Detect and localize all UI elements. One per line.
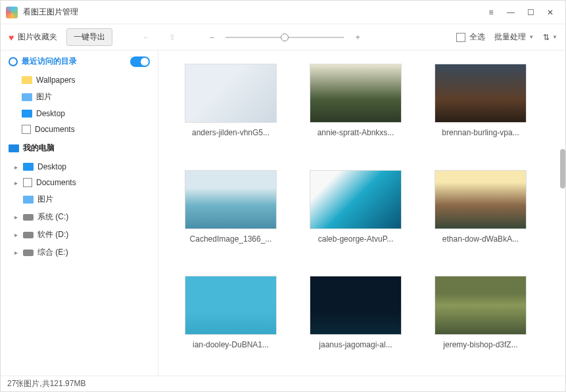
title-bar: 看图王图片管理 ≡ — ☐ ✕: [1, 1, 565, 24]
thumbnail-item[interactable]: annie-spratt-Abnkxs...: [303, 64, 408, 150]
up-button[interactable]: ⇧: [164, 29, 181, 46]
sidebar-item-label: 综合 (E:): [37, 247, 68, 258]
computer-header-label: 我的电脑: [23, 142, 55, 154]
sidebar-tree-item[interactable]: ▸综合 (E:): [1, 244, 158, 261]
batch-label: 批量处理: [494, 32, 526, 43]
sidebar-tree-item[interactable]: 图片: [1, 190, 158, 208]
sidebar-item-label: 软件 (D:): [37, 229, 68, 240]
thumbnail-label: ethan-dow-dWaBkA...: [442, 234, 519, 244]
thumbnail-image: [185, 276, 277, 335]
desktop-icon: [23, 163, 34, 171]
img-icon: [23, 196, 34, 204]
thumbnail-image: [435, 276, 527, 335]
thumbnail-grid: anders-jilden-vhnG5...annie-spratt-Abnkx…: [158, 51, 565, 376]
thumbnail-label: jeremy-bishop-d3fZ...: [443, 340, 517, 349]
back-button[interactable]: ←: [137, 29, 154, 46]
sort-menu[interactable]: ⇅ ▼: [543, 33, 557, 42]
thumbnail-item[interactable]: brennan-burling-vpa...: [428, 64, 533, 150]
recent-header: 最近访问的目录: [1, 51, 158, 72]
main-panel: anders-jilden-vhnG5...annie-spratt-Abnkx…: [158, 51, 565, 376]
sidebar-item-label: 图片: [36, 91, 52, 102]
status-text: 27张图片,共121.97MB: [7, 378, 85, 389]
thumbnail-label: caleb-george-AtvuP...: [318, 234, 394, 244]
thumbnail-item[interactable]: CachedImage_1366_...: [178, 170, 283, 257]
thumbnail-item[interactable]: ian-dooley-DuBNA1...: [178, 276, 283, 362]
thumbnail-label: anders-jilden-vhnG5...: [192, 128, 270, 137]
chevron-right-icon: ▸: [12, 231, 19, 238]
zoom-in-button[interactable]: +: [349, 29, 366, 46]
thumbnail-item[interactable]: anders-jilden-vhnG5...: [178, 64, 283, 150]
thumbnail-image: [435, 64, 527, 123]
folder-icon: [22, 76, 32, 84]
sidebar-recent-item[interactable]: Desktop: [1, 106, 158, 121]
thumbnail-image: [185, 170, 277, 229]
thumbnail-image: [185, 64, 277, 123]
checkbox-icon: [456, 33, 465, 42]
computer-header: 我的电脑: [1, 137, 158, 159]
chevron-right-icon: ▸: [12, 179, 19, 186]
batch-menu[interactable]: 批量处理 ▼: [494, 32, 534, 43]
sidebar-tree-item[interactable]: ▸Desktop: [1, 159, 158, 175]
maximize-button[interactable]: ☐: [521, 3, 540, 22]
sidebar-item-label: Documents: [36, 178, 76, 187]
thumbnail-image: [310, 276, 402, 335]
select-all-label: 全选: [469, 32, 485, 43]
toolbar: ♥ 图片收藏夹 一键导出 ← ⇧ − + 全选 批量处理 ▼ ⇅ ▼: [1, 24, 565, 51]
sidebar: 最近访问的目录 Wallpapers图片DesktopDocuments 我的电…: [1, 51, 158, 376]
select-all-checkbox[interactable]: 全选: [456, 32, 485, 43]
zoom-thumb[interactable]: [281, 33, 289, 41]
thumbnail-label: CachedImage_1366_...: [190, 234, 272, 244]
thumbnail-item[interactable]: jeremy-bishop-d3fZ...: [428, 276, 533, 362]
thumbnail-item[interactable]: jaanus-jagomagi-al...: [303, 276, 408, 362]
sidebar-recent-item[interactable]: Documents: [1, 121, 158, 137]
zoom-out-button[interactable]: −: [203, 29, 220, 46]
caret-down-icon: ▼: [552, 34, 557, 40]
desktop-icon: [22, 110, 32, 118]
caret-down-icon: ▼: [529, 34, 534, 40]
thumbnail-image: [435, 170, 527, 229]
menu-button[interactable]: ≡: [481, 3, 501, 22]
img-icon: [22, 93, 32, 101]
doc-icon: [22, 125, 31, 134]
app-icon: [6, 7, 18, 18]
minimize-button[interactable]: —: [501, 3, 521, 22]
zoom-slider[interactable]: [225, 37, 344, 38]
sort-icon: ⇅: [543, 33, 550, 42]
sidebar-item-label: Documents: [35, 125, 75, 134]
scrollbar-track[interactable]: [559, 51, 565, 376]
clock-icon: [9, 57, 18, 66]
drive-icon: [23, 232, 34, 238]
sidebar-item-label: Wallpapers: [36, 76, 76, 85]
sidebar-item-label: 图片: [37, 194, 53, 205]
heart-icon: ♥: [9, 32, 14, 43]
close-button[interactable]: ✕: [540, 3, 560, 22]
drive-icon: [23, 214, 34, 221]
sidebar-item-label: Desktop: [36, 109, 65, 118]
sidebar-item-label: 系统 (C:): [37, 211, 68, 223]
sidebar-recent-item[interactable]: Wallpapers: [1, 72, 158, 88]
recent-toggle[interactable]: [130, 56, 150, 67]
favorites-label: 图片收藏夹: [18, 32, 57, 43]
thumbnail-image: [310, 170, 402, 229]
thumbnail-label: annie-spratt-Abnkxs...: [318, 128, 394, 137]
sidebar-tree-item[interactable]: ▸软件 (D:): [1, 226, 158, 244]
status-bar: 27张图片,共121.97MB: [1, 376, 565, 391]
thumbnail-label: jaanus-jagomagi-al...: [319, 340, 392, 349]
body-area: 最近访问的目录 Wallpapers图片DesktopDocuments 我的电…: [1, 51, 565, 376]
thumbnail-image: [310, 64, 402, 123]
sidebar-recent-item[interactable]: 图片: [1, 88, 158, 106]
recent-header-label: 最近访问的目录: [22, 56, 77, 67]
drive-icon: [23, 250, 34, 256]
chevron-right-icon: ▸: [12, 213, 19, 221]
export-button[interactable]: 一键导出: [66, 28, 112, 46]
sidebar-tree-item[interactable]: ▸Documents: [1, 175, 158, 190]
sidebar-tree-item[interactable]: ▸系统 (C:): [1, 208, 158, 226]
thumbnail-item[interactable]: caleb-george-AtvuP...: [303, 170, 408, 257]
favorites-link[interactable]: ♥ 图片收藏夹: [9, 32, 57, 43]
scrollbar-thumb[interactable]: [560, 149, 565, 188]
chevron-right-icon: ▸: [12, 163, 19, 171]
thumbnail-label: brennan-burling-vpa...: [442, 128, 519, 137]
thumbnail-label: ian-dooley-DuBNA1...: [193, 340, 269, 349]
thumbnail-item[interactable]: ethan-dow-dWaBkA...: [428, 170, 533, 257]
sidebar-item-label: Desktop: [37, 162, 66, 171]
